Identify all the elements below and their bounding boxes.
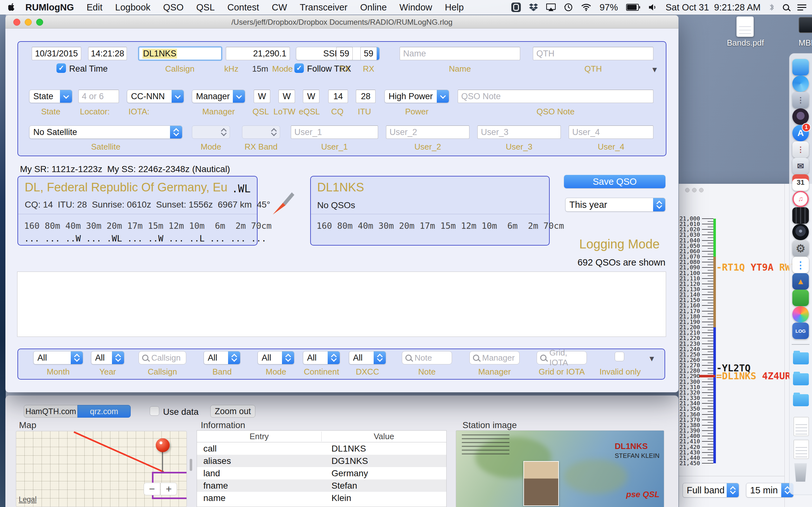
apple-menu-icon[interactable] xyxy=(8,3,15,11)
dx-spot-callsign[interactable]: -RT1Q xyxy=(716,262,751,273)
map-pin-icon[interactable] xyxy=(156,438,170,452)
map-info-scrollbar[interactable] xyxy=(190,459,192,471)
spotlight-search-icon[interactable] xyxy=(783,4,789,10)
eqsl-field[interactable]: W xyxy=(303,90,319,103)
time-field[interactable]: 14:21:28 xyxy=(88,47,127,60)
itu-field[interactable]: 28 xyxy=(356,90,375,103)
minimize-button[interactable] xyxy=(25,19,32,26)
dock-rumlog-icon[interactable]: ▲ xyxy=(792,273,809,290)
filter-manager-search[interactable]: Manager xyxy=(469,351,519,364)
user1-field[interactable]: User_1 xyxy=(291,125,378,139)
bandmap-minimize-button[interactable] xyxy=(692,188,697,192)
filter-grid-search[interactable]: Grid, IOTA xyxy=(537,351,587,364)
filter-year-select[interactable]: All xyxy=(91,351,124,364)
spot-interval-select[interactable]: 15 min xyxy=(746,483,794,498)
user3-field[interactable]: User_3 xyxy=(477,125,561,139)
dx-spot-callsign[interactable]: =DL1NKS xyxy=(716,371,762,382)
satellite-select[interactable]: No Satellite xyxy=(29,125,183,139)
bands-pdf-icon[interactable] xyxy=(737,16,754,37)
dock-reminders-icon[interactable]: ⋮ xyxy=(792,257,809,273)
menu-qsl[interactable]: QSL xyxy=(196,2,215,13)
menu-logbook[interactable]: Logbook xyxy=(115,2,150,13)
information-table[interactable]: Entry Value callDL1NKSaliasesDG1NKSlandG… xyxy=(197,430,447,507)
qth-field[interactable]: QTH xyxy=(533,47,653,60)
dock-tv-icon[interactable] xyxy=(792,207,809,224)
dock-photo-booth-icon[interactable] xyxy=(792,108,809,125)
dx-spot[interactable]: =DL1NKS 4Z4UR xyxy=(716,371,791,382)
rx-field[interactable]: 59 xyxy=(360,47,377,60)
volume-menu-icon[interactable] xyxy=(648,3,657,11)
dock-safari-icon[interactable] xyxy=(792,75,809,92)
qsl-field[interactable]: W xyxy=(254,90,270,103)
use-data-checkbox[interactable] xyxy=(150,406,159,416)
dock-photos-icon[interactable] xyxy=(792,306,809,323)
power-select[interactable]: High Power xyxy=(385,90,449,103)
lotw-field[interactable]: W xyxy=(278,90,295,103)
maximize-button[interactable] xyxy=(36,19,43,26)
filter-band-select[interactable]: All xyxy=(204,351,241,364)
dock-folder-blue-2-icon[interactable] xyxy=(793,373,809,385)
bandmap-close-button[interactable] xyxy=(685,188,690,192)
close-button[interactable] xyxy=(13,19,20,26)
menu-cw[interactable]: CW xyxy=(272,2,287,13)
zoom-out-button[interactable]: Zoom out xyxy=(210,405,255,418)
dock-launchpad-icon[interactable]: ⋮ xyxy=(792,92,809,108)
satellite-mode-stepper[interactable] xyxy=(192,125,230,139)
real-time-checkbox[interactable]: ✓ xyxy=(56,63,66,73)
entry-disclosure-triangle-icon[interactable]: ▼ xyxy=(651,65,658,74)
source-qrz-button[interactable]: qrz.com xyxy=(78,405,131,418)
tx-field[interactable]: 59 xyxy=(336,47,353,60)
qso-note-field[interactable]: QSO Note xyxy=(458,90,653,103)
info-row[interactable]: aliasesDG1NKS xyxy=(197,455,446,467)
source-hamqth-button[interactable]: HamQTH.com xyxy=(24,405,78,418)
dropbox-menu-icon[interactable] xyxy=(529,3,538,11)
filter-disclosure-triangle-icon[interactable]: ▼ xyxy=(648,354,656,363)
dock-folder-blue-1-icon[interactable] xyxy=(793,352,809,364)
info-row[interactable]: callDL1NKS xyxy=(197,442,446,455)
map-legal-link[interactable]: Legal xyxy=(19,495,37,504)
info-row[interactable]: landGermany xyxy=(197,467,446,480)
filter-continent-select[interactable]: All xyxy=(303,351,340,364)
period-select[interactable]: This year xyxy=(565,198,665,212)
filter-note-search[interactable]: Note xyxy=(402,351,452,364)
menu-app-name[interactable]: RUMlogNG xyxy=(26,2,74,13)
dock-mail-icon[interactable]: ✉ xyxy=(792,158,809,174)
menu-online[interactable]: Online xyxy=(360,2,387,13)
notification-center-icon[interactable] xyxy=(798,4,806,10)
bluetooth-menu-icon[interactable] xyxy=(769,3,774,12)
bands-pdf-label[interactable]: Bands.pdf xyxy=(720,38,771,48)
dock-logbook-icon[interactable]: LOG xyxy=(792,323,809,339)
info-row[interactable]: nameKlein xyxy=(197,492,446,504)
dock-system-preferences-icon[interactable]: ⚙ xyxy=(792,240,809,257)
dock-finder-icon[interactable] xyxy=(792,59,809,75)
bandmap-scroll-track[interactable] xyxy=(784,184,785,507)
dock-folder-windows-icon[interactable] xyxy=(793,394,809,406)
user2-field[interactable]: User_2 xyxy=(386,125,469,139)
filter-month-select[interactable]: All xyxy=(33,351,83,364)
manager-select[interactable]: Manager xyxy=(192,90,245,103)
invalid-only-checkbox[interactable] xyxy=(615,352,624,361)
time-machine-menu-icon[interactable] xyxy=(564,3,573,12)
menu-help[interactable]: Help xyxy=(445,2,464,13)
dock-camera-icon[interactable] xyxy=(792,224,809,240)
save-qso-button[interactable]: Save QSO xyxy=(564,175,665,188)
date-field[interactable]: 10/31/2015 xyxy=(32,47,81,60)
map-zoom-minus-button[interactable]: − xyxy=(144,483,160,495)
onepassword-menu-icon[interactable] xyxy=(511,3,521,12)
menu-contest[interactable]: Contest xyxy=(227,2,259,13)
dock-itunes-icon[interactable]: ♫ xyxy=(792,191,809,207)
info-row[interactable]: fnameStefan xyxy=(197,480,446,492)
menubar-time-text[interactable]: 9:21:28 AM xyxy=(714,2,761,13)
locator-field[interactable]: 4 or 6 xyxy=(78,90,119,103)
dock-calendar-icon[interactable]: 31 xyxy=(792,174,809,191)
wifi-menu-icon[interactable] xyxy=(581,3,591,11)
menu-transceiver[interactable]: Transceiver xyxy=(300,2,347,13)
rx-band-stepper[interactable] xyxy=(242,125,280,139)
iota-select[interactable]: CC-NNN xyxy=(127,90,184,103)
filter-mode-select[interactable]: All xyxy=(258,351,294,364)
cq-field[interactable]: 14 xyxy=(328,90,348,103)
dock-contacts-icon[interactable]: ⋮ xyxy=(792,141,809,158)
menu-qso[interactable]: QSO xyxy=(163,2,183,13)
menubar-date-text[interactable]: Sat Oct 31 xyxy=(665,2,709,13)
map-canvas[interactable]: − + Legal xyxy=(16,431,187,507)
